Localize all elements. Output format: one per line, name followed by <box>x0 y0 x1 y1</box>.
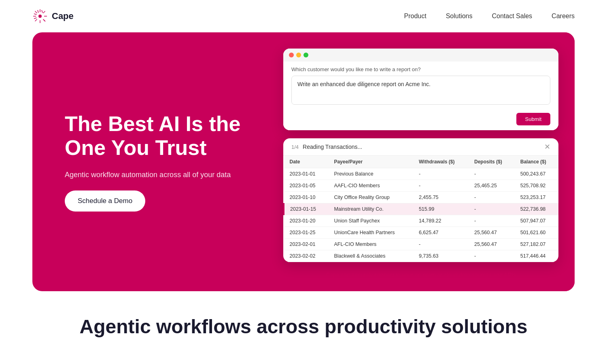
cell-deposits: - <box>469 215 515 227</box>
cell-deposits: 25,560.47 <box>469 239 515 250</box>
table-row: 2023-01-01Previous Balance--500,243.67 <box>284 168 559 180</box>
cell-balance: 523,253.17 <box>515 192 558 203</box>
below-hero-section: Agentic workflows across productivity so… <box>0 291 607 338</box>
cell-withdrawals: - <box>413 168 469 180</box>
nav-item-solutions[interactable]: Solutions <box>446 13 473 20</box>
window-chrome <box>283 49 558 61</box>
cell-payee: AAFL-CIO Members <box>328 180 413 192</box>
table-title: Reading Transactions... <box>303 144 362 150</box>
cell-balance: 527,182.07 <box>515 239 558 250</box>
cell-balance: 525,708.92 <box>515 180 558 192</box>
prompt-section: Which customer would you like me to writ… <box>283 61 558 113</box>
cell-date: 2023-01-05 <box>284 180 329 192</box>
table-row: 2023-01-25UnionCare Health Partners6,625… <box>284 227 559 239</box>
cell-withdrawals: - <box>413 180 469 192</box>
svg-point-0 <box>38 15 42 18</box>
table-thead: Date Payee/Payer Withdrawals ($) Deposit… <box>284 156 559 168</box>
nav-item-contact-sales[interactable]: Contact Sales <box>492 13 532 20</box>
svg-line-8 <box>35 19 37 21</box>
cell-payee: Union Staff Paychex <box>328 215 413 227</box>
svg-line-10 <box>42 10 42 13</box>
nav-link-careers[interactable]: Careers <box>552 13 575 19</box>
table-close-button[interactable]: ✕ <box>544 143 550 150</box>
cell-withdrawals: 9,735.63 <box>413 250 469 262</box>
navbar: Cape Product Solutions Contact Sales Car… <box>0 0 607 32</box>
prompt-textarea[interactable] <box>291 76 550 105</box>
nav-link-contact-sales[interactable]: Contact Sales <box>492 13 532 19</box>
table-card: 1/4 Reading Transactions... ✕ Date Payee… <box>283 138 558 262</box>
cell-date: 2023-01-15 <box>284 203 329 215</box>
cell-balance: 501,621.60 <box>515 227 558 239</box>
hero-left: The Best AI Is the One You Trust Agentic… <box>32 32 267 291</box>
below-hero-title: Agentic workflows across productivity so… <box>32 315 575 338</box>
submit-button[interactable]: Submit <box>516 113 550 125</box>
col-balance: Balance ($) <box>515 156 558 168</box>
cell-payee: UnionCare Health Partners <box>328 227 413 239</box>
cell-deposits: 25,465.25 <box>469 180 515 192</box>
cell-withdrawals: 2,455.75 <box>413 192 469 203</box>
cell-date: 2023-02-02 <box>284 250 329 262</box>
logo-text: Cape <box>52 11 74 21</box>
cell-balance: 507,947.07 <box>515 215 558 227</box>
prompt-label: Which customer would you like me to writ… <box>291 66 550 72</box>
submit-row: Submit <box>283 113 558 130</box>
table-row: 2023-01-05AAFL-CIO Members-25,465.25525,… <box>284 180 559 192</box>
table-row: 2023-01-20Union Staff Paychex14,789.22-5… <box>284 215 559 227</box>
cell-payee: Mainstream Utility Co. <box>328 203 413 215</box>
table-body: 2023-01-01Previous Balance--500,243.6720… <box>284 168 559 262</box>
col-deposits: Deposits ($) <box>469 156 515 168</box>
svg-line-9 <box>38 10 38 13</box>
table-row: 2023-01-15Mainstream Utility Co.515.99-5… <box>284 203 559 215</box>
logo-link[interactable]: Cape <box>32 8 74 24</box>
svg-line-5 <box>35 11 37 13</box>
cell-balance: 517,446.44 <box>515 250 558 262</box>
window-dot-red <box>289 53 294 57</box>
nav-item-product[interactable]: Product <box>404 13 427 20</box>
schedule-demo-button[interactable]: Schedule a Demo <box>65 190 145 212</box>
table-header-row-columns: Date Payee/Payer Withdrawals ($) Deposit… <box>284 156 559 168</box>
cell-date: 2023-01-20 <box>284 215 329 227</box>
table-header-left: 1/4 Reading Transactions... <box>291 144 362 150</box>
hero-right: Which customer would you like me to writ… <box>267 32 575 291</box>
cell-balance: 522,736.98 <box>515 203 558 215</box>
svg-line-12 <box>34 18 37 19</box>
svg-line-13 <box>44 20 46 22</box>
cell-payee: City Office Reality Group <box>328 192 413 203</box>
svg-line-7 <box>43 11 45 13</box>
hero-section: The Best AI Is the One You Trust Agentic… <box>32 32 575 291</box>
hero-caption: Cape can securely connect to your on-pre… <box>283 270 558 278</box>
window-dot-green <box>304 53 308 57</box>
cell-withdrawals: 515.99 <box>413 203 469 215</box>
cell-date: 2023-02-01 <box>284 239 329 250</box>
cell-withdrawals: 14,789.22 <box>413 215 469 227</box>
table-header-row: 1/4 Reading Transactions... ✕ <box>283 138 558 156</box>
cell-payee: Previous Balance <box>328 168 413 180</box>
nav-link-solutions[interactable]: Solutions <box>446 13 473 19</box>
table-step: 1/4 <box>291 144 299 150</box>
cell-balance: 500,243.67 <box>515 168 558 180</box>
cell-withdrawals: - <box>413 239 469 250</box>
col-withdrawals: Withdrawals ($) <box>413 156 469 168</box>
cell-date: 2023-01-01 <box>284 168 329 180</box>
cell-deposits: - <box>469 168 515 180</box>
cell-date: 2023-01-25 <box>284 227 329 239</box>
cell-date: 2023-01-10 <box>284 192 329 203</box>
table-row: 2023-02-02Blackwell & Associates9,735.63… <box>284 250 559 262</box>
cell-payee: AFL-CIO Members <box>328 239 413 250</box>
hero-title: The Best AI Is the One You Trust <box>65 112 243 159</box>
cell-payee: Blackwell & Associates <box>328 250 413 262</box>
cell-deposits: - <box>469 192 515 203</box>
table-row: 2023-01-10City Office Reality Group2,455… <box>284 192 559 203</box>
prompt-card: Which customer would you like me to writ… <box>283 49 558 130</box>
nav-links: Product Solutions Contact Sales Careers <box>404 13 575 20</box>
table-row: 2023-02-01AFL-CIO Members-25,560.47527,1… <box>284 239 559 250</box>
cell-deposits: - <box>469 203 515 215</box>
nav-link-product[interactable]: Product <box>404 13 427 19</box>
col-date: Date <box>284 156 329 168</box>
logo-icon <box>32 8 48 24</box>
svg-line-11 <box>34 14 37 15</box>
col-payee: Payee/Payer <box>328 156 413 168</box>
data-table: Date Payee/Payer Withdrawals ($) Deposit… <box>283 156 558 262</box>
nav-item-careers[interactable]: Careers <box>552 13 575 20</box>
window-dot-yellow <box>296 53 301 57</box>
